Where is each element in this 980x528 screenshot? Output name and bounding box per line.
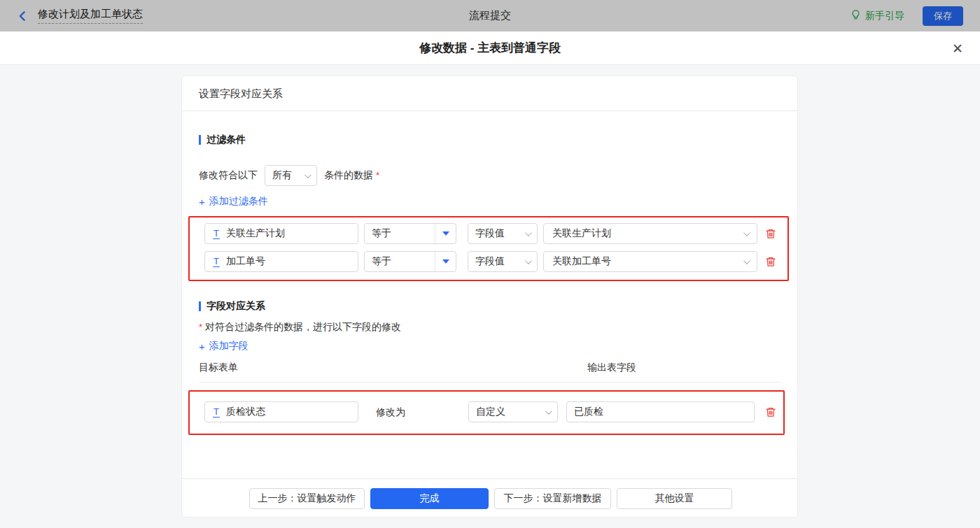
- chevron-down-icon: [743, 229, 750, 236]
- column-header-output-field: 输出表字段: [587, 362, 636, 374]
- filter-value-type-select[interactable]: 字段值: [468, 251, 538, 272]
- mapping-mode-value: 自定义: [476, 406, 505, 418]
- filter-value-type-select[interactable]: 字段值: [468, 223, 538, 244]
- section-marker-bar: [199, 135, 201, 145]
- section-marker-bar: [199, 301, 201, 311]
- filter-field-select[interactable]: T 加工单号: [204, 251, 358, 272]
- match-condition-row: 修改符合以下 所有 条件的数据*: [199, 165, 379, 186]
- filter-compare-value: 关联生产计划: [552, 227, 611, 240]
- plus-icon: +: [199, 197, 205, 207]
- filter-section-title: 过滤条件: [199, 134, 246, 146]
- filter-field-value: 加工单号: [226, 255, 265, 268]
- mapping-section-title: 字段对应关系: [199, 300, 265, 313]
- plus-icon: +: [199, 341, 205, 352]
- save-button[interactable]: 保存: [923, 6, 963, 26]
- filter-field-select[interactable]: T 关联生产计划: [204, 223, 358, 244]
- mapping-field-select[interactable]: T 质检状态: [204, 401, 358, 422]
- filter-operator-select[interactable]: 等于: [364, 251, 456, 272]
- done-button[interactable]: 完成: [370, 488, 489, 509]
- filter-compare-value-select[interactable]: 关联生产计划: [543, 223, 757, 244]
- chevron-down-icon: [545, 408, 552, 415]
- delete-filter-row-button[interactable]: [764, 226, 778, 241]
- dialog-title: 修改数据 - 主表到普通字段: [419, 40, 561, 56]
- text-field-type-icon: T: [213, 407, 220, 418]
- operator-dropdown-button[interactable]: [435, 252, 456, 271]
- mapping-field-value: 质检状态: [226, 406, 265, 418]
- dialog-header: 修改数据 - 主表到普通字段 ✕: [0, 31, 980, 65]
- filter-operator-value: 等于: [365, 252, 435, 271]
- prev-step-button[interactable]: 上一步：设置触发动作: [249, 488, 365, 509]
- chevron-down-icon: [525, 257, 532, 264]
- text-field-type-icon: T: [213, 229, 220, 239]
- triangle-down-icon: [442, 231, 449, 236]
- delete-filter-row-button[interactable]: [764, 254, 778, 269]
- close-icon[interactable]: ✕: [952, 41, 963, 55]
- add-field-link[interactable]: + 添加字段: [199, 340, 248, 352]
- top-bar: 修改计划及加工单状态 流程提交 新手引导 保存: [0, 0, 980, 31]
- modify-to-label: 修改为: [376, 401, 405, 422]
- mapping-mode-select[interactable]: 自定义: [468, 401, 558, 422]
- filter-field-value: 关联生产计划: [226, 227, 285, 240]
- filter-operator-value: 等于: [365, 224, 435, 243]
- add-filter-condition-link[interactable]: + 添加过滤条件: [199, 195, 268, 208]
- settings-card: 设置字段对应关系 过滤条件 修改符合以下 所有 条件的数据* + 添加过滤条件 …: [181, 76, 798, 518]
- mapping-value-input[interactable]: [566, 401, 755, 422]
- other-settings-button[interactable]: 其他设置: [617, 488, 732, 509]
- text-field-type-icon: T: [213, 257, 220, 267]
- delete-mapping-row-button[interactable]: [764, 404, 778, 420]
- filter-section-title-text: 过滤条件: [206, 134, 246, 146]
- match-mode-select[interactable]: 所有: [265, 165, 317, 186]
- mapping-description: *对符合过滤条件的数据，进行以下字段的修改: [199, 321, 401, 334]
- add-field-label: 添加字段: [209, 340, 248, 352]
- dialog-body: 设置字段对应关系 过滤条件 修改符合以下 所有 条件的数据* + 添加过滤条件 …: [0, 65, 980, 528]
- next-step-button[interactable]: 下一步：设置新增数据: [494, 488, 611, 509]
- card-header: 设置字段对应关系: [182, 76, 797, 111]
- mapping-section-title-text: 字段对应关系: [206, 300, 265, 313]
- match-suffix-label: 条件的数据*: [324, 169, 379, 182]
- filter-value-type-value: 字段值: [475, 255, 505, 268]
- filter-compare-value-select[interactable]: 关联加工单号: [543, 251, 757, 272]
- lightbulb-icon: [850, 9, 861, 22]
- required-asterisk: *: [376, 170, 379, 180]
- required-asterisk: *: [199, 322, 202, 332]
- operator-dropdown-button[interactable]: [435, 224, 456, 243]
- beginner-guide-label: 新手引导: [865, 10, 904, 22]
- process-submit-label: 流程提交: [0, 9, 980, 22]
- chevron-down-icon: [743, 257, 750, 264]
- footer-divider: [182, 478, 797, 479]
- table-header-divider: [199, 382, 782, 383]
- chevron-down-icon: [525, 229, 532, 236]
- filter-value-type-value: 字段值: [475, 227, 505, 240]
- filter-compare-value: 关联加工单号: [552, 255, 611, 268]
- chevron-down-icon: [304, 171, 312, 178]
- beginner-guide-link[interactable]: 新手引导: [850, 9, 904, 22]
- filter-operator-select[interactable]: 等于: [364, 223, 456, 244]
- add-filter-condition-label: 添加过滤条件: [209, 195, 268, 208]
- column-header-target-form: 目标表单: [199, 362, 238, 374]
- triangle-down-icon: [442, 259, 449, 264]
- match-prefix-label: 修改符合以下: [199, 169, 258, 182]
- match-mode-value: 所有: [272, 169, 292, 182]
